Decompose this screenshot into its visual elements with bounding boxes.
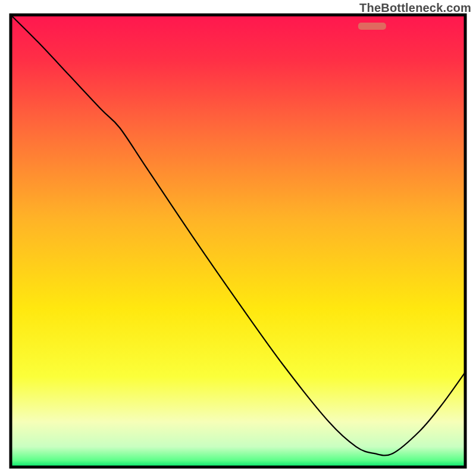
plot-background [11, 15, 465, 467]
optimal-marker [358, 23, 386, 30]
chart-container: TheBottleneck.com [0, 0, 476, 476]
bottleneck-chart [0, 0, 476, 476]
